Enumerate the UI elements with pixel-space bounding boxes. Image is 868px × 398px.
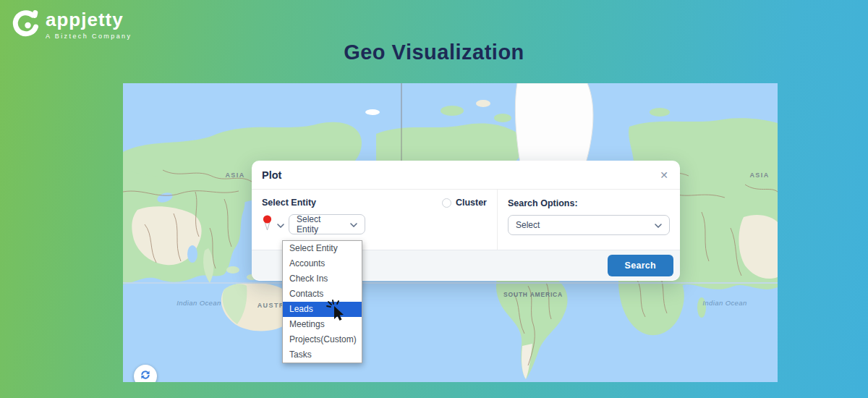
- close-icon[interactable]: ✕: [658, 169, 670, 182]
- dropdown-option-projects-custom[interactable]: Projects(Custom): [283, 332, 362, 347]
- map-label-indian-ocean-left: Indian Ocean: [176, 299, 221, 307]
- search-button[interactable]: Search: [608, 255, 674, 276]
- appjetty-logo: appjetty A Biztech Company: [10, 9, 132, 45]
- dropdown-option-leads[interactable]: Leads: [283, 302, 362, 317]
- map-label-asia-left: ASIA: [225, 172, 244, 179]
- select-entity-label: Select Entity: [262, 198, 316, 208]
- map-label-south-america: SOUTH AMERICA: [503, 291, 563, 298]
- marker-pin-icon[interactable]: [262, 215, 273, 234]
- dropdown-option-check-ins[interactable]: Check Ins: [283, 271, 362, 287]
- plot-dialog-header: Plot ✕: [252, 161, 680, 190]
- brand-tagline: A Biztech Company: [46, 33, 132, 40]
- search-options-select[interactable]: Select: [508, 215, 670, 235]
- plot-dialog-title: Plot: [262, 169, 281, 181]
- entity-select[interactable]: Select Entity: [289, 214, 365, 234]
- dropdown-option-meetings[interactable]: Meetings: [283, 317, 362, 332]
- dropdown-option-tasks[interactable]: Tasks: [283, 347, 362, 363]
- dropdown-option-select-entity[interactable]: Select Entity: [283, 241, 362, 256]
- appjetty-logo-icon: [10, 9, 39, 45]
- marker-chevron-down-icon[interactable]: [277, 218, 284, 231]
- map-label-asia-right: ASIA: [749, 172, 769, 179]
- brand-name: appjetty: [46, 9, 132, 30]
- page-title: Geo Visualization: [0, 41, 868, 64]
- search-options-label: Search Options:: [508, 198, 578, 208]
- refresh-icon: [140, 369, 151, 382]
- chevron-down-icon: [655, 220, 662, 230]
- entity-select-value: Select Entity: [297, 214, 344, 234]
- dropdown-option-contacts[interactable]: Contacts: [283, 287, 362, 302]
- map-label-indian-ocean-right: Indian Ocean: [702, 299, 746, 307]
- chevron-down-icon: [350, 219, 357, 229]
- search-options-select-value: Select: [516, 220, 540, 230]
- radio-circle[interactable]: [442, 198, 451, 208]
- entity-dropdown-list: Select Entity Accounts Check Ins Contact…: [282, 240, 362, 363]
- refresh-button[interactable]: [134, 365, 157, 382]
- cluster-radio-label: Cluster: [456, 198, 487, 208]
- cluster-radio[interactable]: Cluster: [442, 198, 487, 208]
- dropdown-option-accounts[interactable]: Accounts: [283, 256, 362, 271]
